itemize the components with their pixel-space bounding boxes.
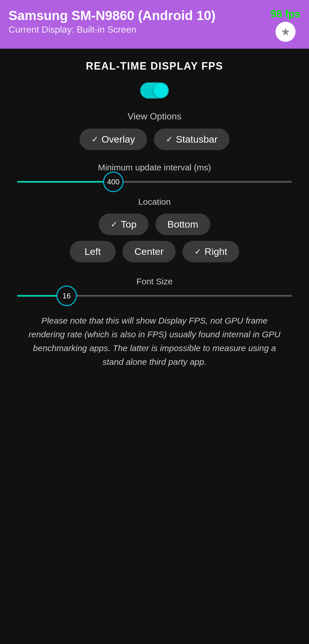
- left-label: Left: [84, 246, 101, 257]
- header-info: Samsung SM-N9860 (Android 10) Current Di…: [9, 8, 215, 35]
- header-right: 96 fps ★: [271, 8, 300, 42]
- fps-toggle-container: [140, 82, 169, 99]
- note-text: Please note that this will show Display …: [23, 314, 286, 369]
- bottom-label: Bottom: [167, 219, 198, 230]
- top-button[interactable]: ✓ Top: [99, 214, 148, 235]
- top-label: Top: [121, 219, 136, 230]
- location-row1: ✓ Top Bottom: [99, 214, 210, 235]
- fontsize-label: Font Size: [136, 277, 173, 286]
- device-title: Samsung SM-N9860 (Android 10): [9, 8, 215, 23]
- bottom-button[interactable]: Bottom: [155, 214, 210, 235]
- overlay-button[interactable]: ✓ Overlay: [80, 129, 147, 150]
- interval-slider-fill: [17, 181, 113, 183]
- location-label: Location: [138, 197, 171, 207]
- center-button[interactable]: Center: [122, 241, 176, 262]
- display-subtitle: Current Display: Built-in Screen: [9, 24, 215, 35]
- top-check-icon: ✓: [111, 220, 117, 229]
- location-row2: Left Center ✓ Right: [70, 241, 239, 262]
- fontsize-slider-track[interactable]: 16: [17, 295, 292, 297]
- interval-slider-thumb[interactable]: 400: [103, 172, 124, 192]
- section-title: REAL-TIME DISPLAY FPS: [86, 60, 223, 72]
- statusbar-button[interactable]: ✓ Statusbar: [154, 129, 230, 150]
- statusbar-check-icon: ✓: [166, 135, 173, 144]
- overlay-label: Overlay: [102, 134, 135, 145]
- view-options-label: View Options: [128, 111, 181, 122]
- center-label: Center: [134, 246, 164, 257]
- interval-slider-container: 400: [17, 181, 292, 183]
- statusbar-label: Statusbar: [176, 134, 218, 145]
- right-check-icon: ✓: [195, 247, 201, 256]
- interval-label: Minimum update interval (ms): [98, 163, 211, 172]
- fontsize-slider-container: 16: [17, 295, 292, 297]
- interval-value: 400: [107, 178, 119, 186]
- overlay-check-icon: ✓: [92, 135, 98, 144]
- main-content: REAL-TIME DISPLAY FPS View Options ✓ Ove…: [0, 49, 309, 380]
- fps-counter: 96 fps: [271, 8, 300, 20]
- fps-toggle[interactable]: [140, 82, 169, 99]
- fontsize-slider-thumb[interactable]: 16: [56, 285, 77, 306]
- toggle-thumb: [154, 83, 168, 98]
- interval-slider-track[interactable]: 400: [17, 181, 292, 183]
- star-icon[interactable]: ★: [276, 22, 296, 42]
- left-button[interactable]: Left: [70, 241, 116, 262]
- app-header: Samsung SM-N9860 (Android 10) Current Di…: [0, 0, 309, 49]
- right-label: Right: [205, 246, 227, 257]
- right-button[interactable]: ✓ Right: [183, 241, 239, 262]
- view-options-buttons: ✓ Overlay ✓ Statusbar: [80, 129, 230, 150]
- fontsize-value: 16: [62, 292, 71, 300]
